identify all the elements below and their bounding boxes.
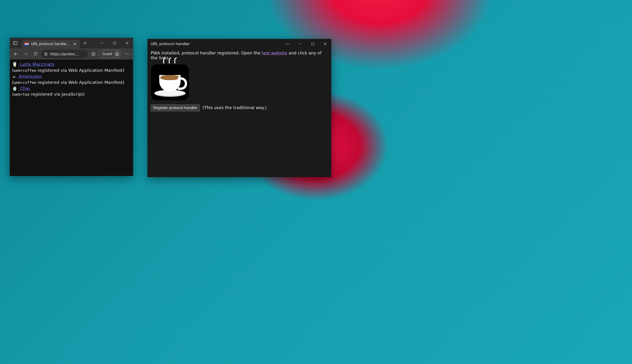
page-content: 🥛 Latte Macchiato (web+coffee registered… [10, 60, 133, 176]
tab-title: URL protocol handler links [31, 42, 70, 46]
minimize-button[interactable] [96, 39, 108, 47]
maximize-button[interactable] [108, 39, 121, 47]
pwa-window: URL protocol handler PWA installed, prot… [147, 39, 331, 177]
tab-favicon [25, 42, 29, 46]
svg-point-19 [287, 43, 288, 44]
link-row: 🥛 Latte Macchiato [12, 61, 131, 68]
new-tab-button[interactable] [81, 39, 89, 47]
americano-link[interactable]: Americano [17, 74, 42, 79]
svg-point-17 [128, 54, 128, 54]
app-menu-button[interactable] [282, 40, 294, 48]
profile-button[interactable]: Guest [99, 50, 121, 58]
coffee-cup-icon [151, 64, 189, 100]
chai-link[interactable]: Chai [19, 86, 30, 91]
maximize-button[interactable] [307, 40, 319, 48]
link-row: 🍵 Chai [12, 86, 131, 92]
pwa-title: URL protocol handler [151, 42, 282, 46]
svg-marker-13 [92, 52, 95, 56]
svg-rect-7 [113, 42, 116, 44]
refresh-button[interactable] [31, 50, 40, 58]
tab-strip: URL protocol handler links [21, 38, 96, 48]
link-note: (web+coffee registered via Web Applicati… [12, 80, 131, 86]
test-website-link[interactable]: test website [262, 50, 287, 55]
close-button[interactable] [121, 39, 133, 47]
drink-emoji: ☕ [12, 74, 16, 79]
browser-titlebar: URL protocol handler links [10, 38, 133, 48]
avatar-icon [114, 51, 120, 57]
window-controls [96, 38, 133, 48]
svg-point-18 [286, 43, 287, 44]
minimize-button[interactable] [294, 40, 306, 48]
register-row: Register protocol handler (This uses the… [151, 104, 328, 112]
drink-emoji: 🥛 [12, 62, 17, 67]
tab-close-button[interactable] [72, 42, 77, 46]
status-text: PWA installed, protocol handler register… [151, 50, 328, 60]
link-row: ☕ Americano [12, 74, 131, 80]
register-protocol-button[interactable]: Register protocol handler [151, 104, 200, 112]
pwa-content: PWA installed, protocol handler register… [147, 49, 331, 177]
tab-actions-button[interactable] [10, 38, 21, 48]
browser-tab[interactable]: URL protocol handler links [22, 40, 80, 48]
browser-toolbar: https://protoc… Guest [10, 48, 133, 60]
drink-emoji: 🍵 [12, 86, 17, 91]
link-note: (web+tea registered via JavaScript) [12, 91, 131, 97]
svg-point-14 [116, 53, 118, 54]
link-note: (web+coffee registered via Web Applicati… [12, 68, 131, 74]
close-button[interactable] [319, 40, 331, 48]
menu-button[interactable] [122, 50, 131, 58]
svg-rect-22 [312, 42, 314, 45]
browser-window: URL protocol handler links [10, 38, 133, 176]
svg-point-20 [289, 43, 289, 44]
address-bar[interactable]: https://protoc… [41, 50, 88, 58]
svg-rect-12 [45, 54, 47, 55]
forward-button[interactable] [21, 50, 30, 58]
back-button[interactable] [12, 50, 21, 58]
latte-link[interactable]: Latte Macchiato [19, 62, 55, 67]
register-hint: (This uses the traditional way.) [203, 105, 267, 110]
address-text: https://protoc… [50, 52, 79, 56]
site-info-icon[interactable] [44, 52, 48, 56]
favorites-button[interactable] [89, 50, 98, 58]
profile-label: Guest [102, 52, 112, 56]
pwa-titlebar: URL protocol handler [147, 39, 331, 49]
svg-point-16 [126, 54, 127, 54]
svg-point-15 [125, 54, 126, 54]
window-controls [282, 40, 331, 48]
svg-rect-0 [14, 42, 17, 45]
